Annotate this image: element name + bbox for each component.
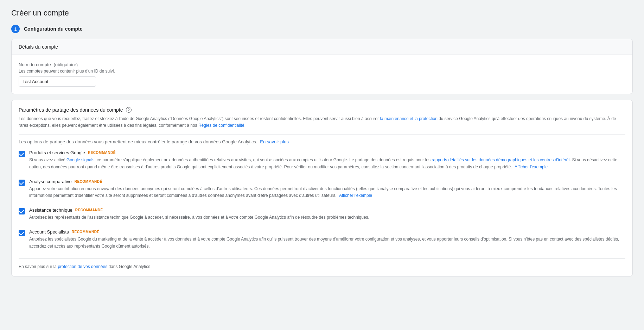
help-icon[interactable]: ? xyxy=(126,107,132,113)
option-technical-support-title: Assistance technique RECOMMANDÉ xyxy=(29,207,369,213)
sharing-title: Paramètres de partage des données du com… xyxy=(19,107,625,113)
option-google-products-title: Produits et services Google RECOMMANDÉ xyxy=(29,150,625,155)
account-name-input[interactable] xyxy=(19,76,96,87)
account-details-card: Détails du compte Nom du compte (obligat… xyxy=(11,39,633,94)
page-title: Créer un compte xyxy=(11,8,633,18)
option-technical-support: Assistance technique RECOMMANDÉ Autorise… xyxy=(19,207,625,221)
option-account-specialists-desc: Autorisez les spécialistes Google du mar… xyxy=(29,236,625,249)
checkbox-google-products[interactable] xyxy=(19,151,25,157)
footer-note: En savoir plus sur la protection de vos … xyxy=(19,258,625,269)
option-benchmarking-desc: Apportez votre contribution en nous envo… xyxy=(29,186,625,199)
option-technical-support-desc: Autorisez les représentants de l'assista… xyxy=(29,214,369,221)
option-account-specialists-title: Account Specialists RECOMMANDÉ xyxy=(29,229,625,235)
option-google-products: Produits et services Google RECOMMANDÉ S… xyxy=(19,150,625,170)
step-label: Configuration du compte xyxy=(24,26,82,32)
option-benchmarking: Analyse comparative RECOMMANDÉ Apportez … xyxy=(19,179,625,199)
badge-benchmarking: RECOMMANDÉ xyxy=(75,180,102,183)
divider xyxy=(19,135,625,135)
step-number: 1 xyxy=(11,25,20,33)
privacy-policy-link[interactable]: Règles de confidentialité xyxy=(198,123,244,128)
show-example-link-2[interactable]: Afficher l'exemple xyxy=(339,193,372,198)
option-google-products-desc: Si vous avez activé Google signals, ce p… xyxy=(29,157,625,170)
step-header: 1 Configuration du compte xyxy=(11,25,633,33)
learn-more-link[interactable]: En savoir plus xyxy=(260,139,289,144)
badge-google-products: RECOMMANDÉ xyxy=(88,151,116,155)
options-intro: Les options de partage des données vous … xyxy=(19,139,625,144)
google-signals-link[interactable]: Google signals xyxy=(66,157,94,162)
account-details-header: Détails du compte xyxy=(12,39,632,55)
data-protection-link[interactable]: protection de vos données xyxy=(58,264,107,269)
show-example-link-1[interactable]: Afficher l'exemple xyxy=(515,164,548,169)
checkbox-benchmarking[interactable] xyxy=(19,180,25,186)
checkbox-account-specialists[interactable] xyxy=(19,230,25,236)
checkbox-technical-support[interactable] xyxy=(19,208,25,214)
badge-technical-support: RECOMMANDÉ xyxy=(75,208,103,212)
badge-account-specialists: RECOMMANDÉ xyxy=(72,230,100,234)
detailed-reports-link[interactable]: rapports détaillés sur les données démog… xyxy=(432,157,570,162)
account-name-label: Nom du compte (obligatoire) xyxy=(19,62,625,67)
option-benchmarking-title: Analyse comparative RECOMMANDÉ xyxy=(29,179,625,184)
account-details-body: Nom du compte (obligatoire) Les comptes … xyxy=(12,55,632,94)
account-name-hint: Les comptes peuvent contenir plus d'un I… xyxy=(19,69,625,74)
sharing-description: Les données que vous recueillez, traitez… xyxy=(19,116,625,129)
option-account-specialists: Account Specialists RECOMMANDÉ Autorisez… xyxy=(19,229,625,249)
maintenance-link[interactable]: la maintenance et la protection xyxy=(380,116,437,121)
sharing-card: Paramètres de partage des données du com… xyxy=(11,100,633,276)
